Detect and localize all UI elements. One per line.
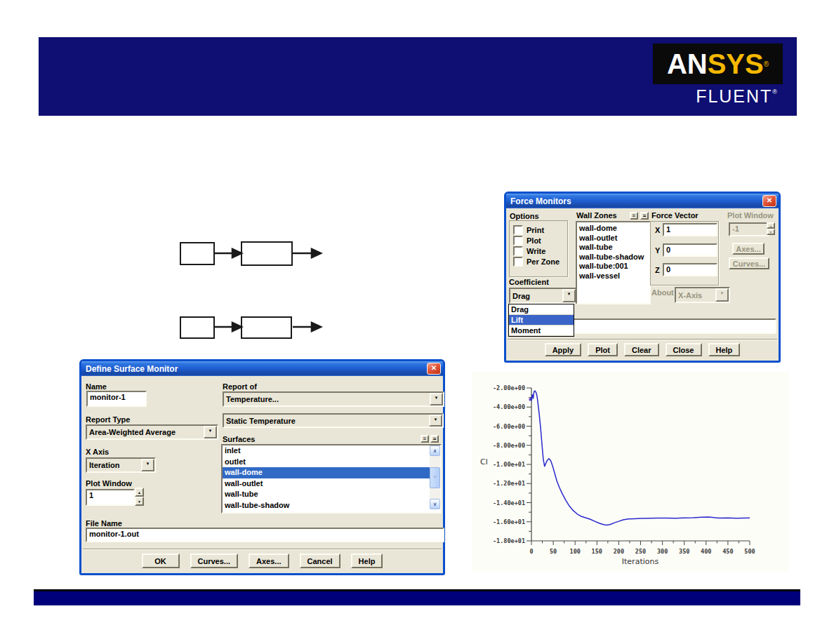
help-button[interactable]: Help (708, 343, 741, 356)
coefficient-option-drag[interactable]: Drag (509, 304, 574, 315)
wall-zone-item[interactable]: wall-vessel (577, 271, 649, 281)
surface-item[interactable]: wall-tube (223, 489, 430, 500)
dsm-plot-window-label: Plot Window (86, 479, 132, 488)
coefficient-option-lift[interactable]: Lift (509, 315, 574, 326)
chevron-down-icon[interactable]: ▼ (141, 459, 154, 471)
spinner-down-icon: ▼ (767, 229, 775, 235)
y-tick-label: -1.00e+01 (493, 461, 525, 468)
axes-button: Axes... (732, 243, 764, 255)
surface-item[interactable]: inlet (223, 445, 430, 457)
file-name-field[interactable]: monitor-1.out (86, 528, 444, 542)
plot-window-field: -1 (729, 222, 769, 236)
surface-item[interactable]: wall-dome (223, 467, 430, 478)
force-vector-label: Force Vector (651, 211, 699, 220)
plot-button[interactable]: Plot (588, 343, 618, 356)
help-button[interactable]: Help (351, 554, 383, 568)
vector-y-field[interactable]: 0 (663, 243, 717, 257)
surface-monitor-titlebar[interactable]: Define Surface Monitor ✕ (81, 361, 443, 376)
vector-y-label: Y (655, 246, 660, 255)
x-axis-dropdown[interactable]: Iteration ▼ (86, 457, 156, 473)
plot-window-spinner: ▲ ▼ (767, 222, 775, 235)
name-label: Name (86, 382, 107, 391)
about-dropdown: X-Axis ▼ (675, 287, 730, 303)
report-type-value: Area-Weighted Average (89, 428, 176, 436)
vector-z-label: Z (655, 266, 660, 274)
axes-button[interactable]: Axes... (249, 554, 289, 568)
wall-zone-item[interactable]: wall-tube:001 (577, 262, 649, 271)
force-monitors-titlebar[interactable]: Force Monitors ✕ (506, 194, 779, 208)
chevron-down-icon[interactable]: ▼ (429, 415, 442, 427)
coefficient-option-moment[interactable]: Moment (509, 326, 574, 336)
fm-options-group: PrintPlotWritePer Zone (509, 220, 568, 277)
x-tick-label: 150 (592, 548, 602, 555)
coefficient-dropdown[interactable]: Drag ▼ (509, 288, 577, 304)
surface-item[interactable]: outlet (223, 457, 430, 468)
surface-item[interactable]: wall-outlet (223, 478, 430, 490)
scrollbar-thumb[interactable]: ≡ (430, 467, 440, 488)
checkbox-write[interactable] (513, 246, 523, 256)
options-label: Options (510, 212, 539, 220)
list-deselect-button[interactable]: = (430, 435, 439, 443)
spinner-down-icon[interactable]: ▼ (135, 497, 144, 506)
surface-item[interactable]: wall-tube-shadow (223, 500, 430, 511)
vector-x-field[interactable]: 1 (663, 223, 717, 236)
close-button[interactable]: Close (666, 343, 702, 356)
x-tick-label: 100 (570, 548, 581, 555)
chevron-down-icon[interactable]: ▼ (430, 393, 443, 405)
checkbox-plot[interactable] (513, 236, 523, 246)
fm-wall-zones-list[interactable]: wall-domewall-outletwall-tubewall-tube-s… (576, 221, 651, 304)
chevron-down-icon: ▼ (715, 288, 729, 302)
x-axis-title: Iterations (622, 557, 659, 566)
chevron-down-icon[interactable]: ▼ (204, 426, 217, 438)
registered-mark-icon: ® (772, 88, 777, 95)
list-menu-button[interactable]: ≡ (421, 435, 429, 443)
y-tick-label: -1.40e+01 (493, 499, 525, 507)
dialog-title: Define Surface Monitor (86, 364, 178, 374)
surfaces-scrollbar[interactable]: ∧ ≡ ∨ (430, 445, 440, 509)
ok-button[interactable]: OK (142, 554, 180, 568)
checkbox-label: Write (527, 247, 545, 255)
report-type-dropdown[interactable]: Area-Weighted Average ▼ (86, 424, 218, 440)
dsm-surfaces-listbox: inletoutletwall-domewall-outletwall-tube… (221, 444, 442, 514)
x-tick-label: 0 (529, 548, 533, 555)
spinner-up-icon: ▲ (767, 222, 775, 229)
checkbox-per-zone[interactable] (513, 257, 523, 267)
list-deselect-button[interactable]: = (640, 212, 649, 220)
name-field[interactable]: monitor-1 (86, 391, 147, 407)
curves-button: Curves... (729, 257, 769, 269)
x-tick-label: 500 (744, 548, 755, 555)
dsm-plot-window-field[interactable]: 1 (86, 489, 135, 506)
spinner-up-icon[interactable]: ▲ (135, 488, 144, 497)
list-menu-button[interactable]: ≡ (630, 212, 638, 220)
close-icon[interactable]: ✕ (427, 363, 441, 375)
title-banner: ANSYS® FLUENT® (39, 37, 797, 116)
checkbox-print[interactable] (513, 225, 523, 235)
scroll-down-icon[interactable]: ∨ (430, 499, 440, 509)
scrollbar-track[interactable]: ≡ (430, 456, 440, 499)
report-type-label: Report Type (86, 415, 130, 424)
dsm-surfaces-list[interactable]: inletoutletwall-domewall-outletwall-tube… (223, 445, 430, 512)
dsm-plot-window-spinner[interactable]: ▲ ▼ (135, 488, 144, 506)
vector-z-field[interactable]: 0 (663, 263, 717, 276)
cancel-button[interactable]: Cancel (300, 554, 340, 568)
fm-coefficient-open-list[interactable]: DragLiftMoment (508, 304, 574, 337)
wall-zone-item[interactable]: wall-tube (577, 243, 649, 253)
scroll-up-icon[interactable]: ∧ (430, 445, 440, 456)
apply-button[interactable]: Apply (545, 343, 582, 356)
coefficient-label: Coefficient (509, 278, 549, 286)
wall-zone-item[interactable]: wall-outlet (577, 234, 649, 243)
y-tick-label: -1.20e+01 (493, 480, 525, 487)
clear-button[interactable]: Clear (624, 343, 659, 356)
report-of-detail-dropdown[interactable]: Static Temperature ▼ (223, 413, 444, 428)
close-icon[interactable]: ✕ (762, 195, 776, 207)
report-of-dropdown[interactable]: Temperature... ▼ (223, 391, 444, 407)
x-tick-label: 200 (614, 548, 624, 555)
x-axis-value: Iteration (89, 461, 119, 469)
x-tick-label: 450 (722, 548, 733, 555)
wall-zone-item[interactable]: wall-tube-shadow (577, 253, 649, 262)
wall-zone-item[interactable]: wall-dome (577, 224, 649, 234)
y-tick-label: -1.60e+01 (493, 518, 525, 525)
curves-button[interactable]: Curves... (190, 554, 238, 568)
report-of-value: Temperature... (226, 395, 279, 403)
chevron-down-icon[interactable]: ▼ (562, 289, 576, 302)
